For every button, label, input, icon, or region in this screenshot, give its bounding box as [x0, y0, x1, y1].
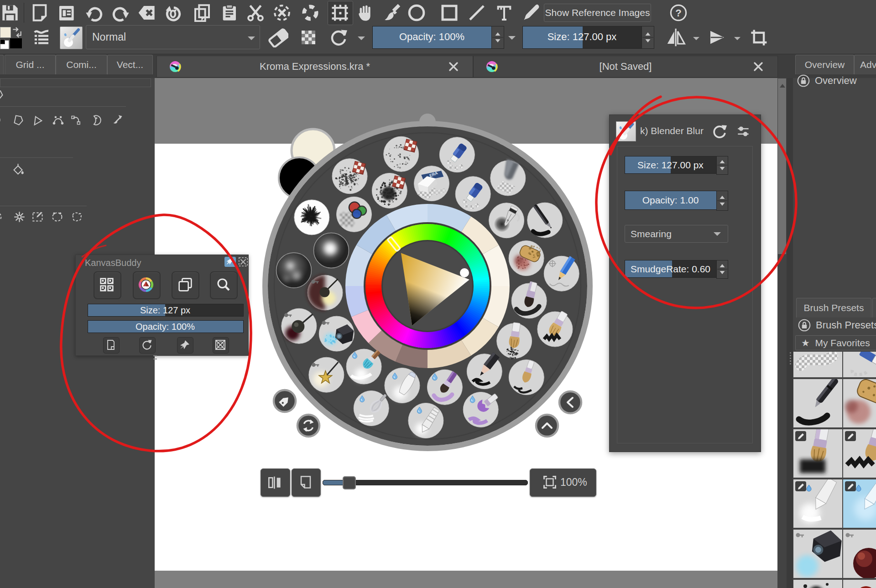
svg-text:?: ?	[675, 7, 682, 19]
